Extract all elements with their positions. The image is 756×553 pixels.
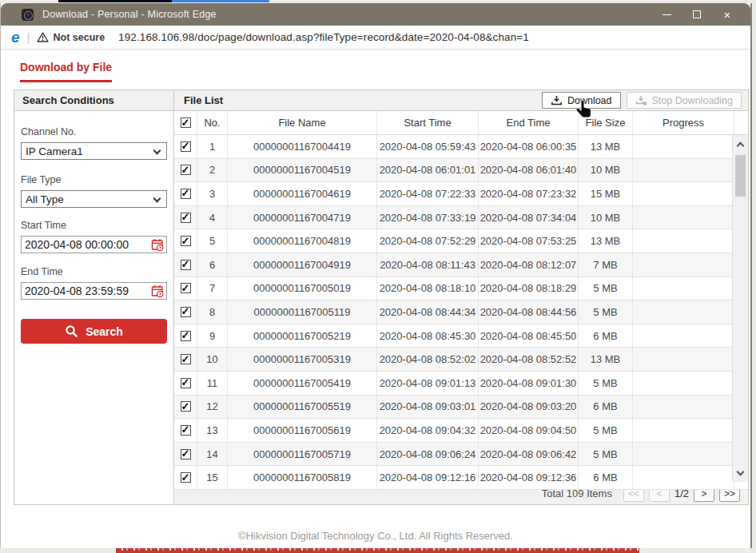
- cell-progress: [633, 135, 734, 158]
- address-bar: e | Not secure 192.168.106.98/doc/page/d…: [1, 26, 750, 50]
- file-table-body: ✓1000000011670044192020-04-08 05:59:4320…: [174, 135, 748, 490]
- cell-progress: [633, 466, 734, 489]
- page-content: Download by File Search Conditions File …: [1, 50, 750, 547]
- row-checkbox[interactable]: ✓: [174, 206, 197, 229]
- chevron-down-icon: [737, 467, 745, 475]
- row-checkbox[interactable]: ✓: [174, 419, 197, 442]
- search-button[interactable]: Search: [21, 319, 167, 344]
- row-checkbox[interactable]: ✓: [174, 348, 197, 371]
- url-field[interactable]: 192.168.106.98/doc/page/download.asp?fil…: [118, 31, 529, 43]
- minimize-button[interactable]: [651, 4, 682, 25]
- not-secure-label[interactable]: Not secure: [53, 32, 105, 43]
- background-window-fragment: [172, 0, 269, 2]
- cell-file-name: 00000001167004819: [228, 229, 377, 253]
- cell-end-time: 2020-04-08 08:45:50: [479, 324, 579, 348]
- col-file-name: File Name: [228, 111, 377, 134]
- cell-file-size: 6 MB: [579, 396, 633, 419]
- cell-start-time: 2020-04-08 07:33:19: [377, 206, 479, 229]
- cell-no: 10: [197, 348, 228, 371]
- cell-progress: [633, 396, 734, 419]
- checkbox-checked-icon: ✓: [181, 260, 191, 270]
- cell-no: 7: [197, 277, 228, 300]
- stop-downloading-button[interactable]: Stop Downloading: [627, 92, 742, 109]
- file-list-title: File List: [184, 94, 223, 106]
- channel-select[interactable]: IP Camera1: [21, 142, 167, 160]
- row-checkbox[interactable]: ✓: [174, 253, 197, 276]
- cell-no: 1: [197, 135, 228, 158]
- cell-no: 11: [197, 372, 228, 395]
- maximize-button[interactable]: [682, 4, 712, 25]
- start-time-input[interactable]: 2020-04-08 00:00:00: [21, 236, 167, 253]
- edge-logo-icon: e: [11, 30, 20, 45]
- end-time-input[interactable]: 2020-04-08 23:59:59: [21, 282, 167, 300]
- table-row: ✓15000000011670058192020-04-08 09:12:162…: [174, 466, 748, 490]
- cell-progress: [633, 348, 734, 371]
- table-row: ✓3000000011670046192020-04-08 07:22:3320…: [174, 182, 748, 206]
- select-all-checkbox[interactable]: ✓: [174, 111, 197, 134]
- cell-start-time: 2020-04-08 09:06:24: [377, 443, 479, 466]
- cell-no: 9: [197, 324, 228, 348]
- cell-file-size: 5 MB: [579, 443, 633, 466]
- scrollbar-thumb[interactable]: [735, 155, 746, 197]
- cell-start-time: 2020-04-08 09:01:13: [377, 372, 479, 395]
- cell-file-size: 15 MB: [579, 182, 633, 205]
- row-checkbox[interactable]: ✓: [174, 443, 197, 466]
- row-checkbox[interactable]: ✓: [174, 324, 197, 348]
- row-checkbox[interactable]: ✓: [174, 300, 197, 324]
- vertical-scrollbar[interactable]: [732, 135, 748, 482]
- cell-file-size: 13 MB: [579, 348, 633, 371]
- cell-end-time: 2020-04-08 09:01:30: [479, 372, 579, 395]
- row-checkbox[interactable]: ✓: [174, 159, 197, 182]
- row-checkbox[interactable]: ✓: [174, 466, 197, 489]
- cell-start-time: 2020-04-08 08:18:10: [377, 277, 479, 300]
- maximize-icon: [693, 10, 701, 18]
- cell-progress: [633, 300, 734, 324]
- cell-end-time: 2020-04-08 09:04:50: [479, 419, 579, 442]
- table-row: ✓9000000011670052192020-04-08 08:45:3020…: [174, 324, 748, 348]
- table-row: ✓14000000011670057192020-04-08 09:06:242…: [174, 443, 748, 467]
- table-row: ✓4000000011670047192020-04-08 07:33:1920…: [174, 206, 748, 230]
- col-start-time: Start Time: [377, 111, 479, 134]
- cell-file-size: 13 MB: [579, 135, 633, 158]
- cell-end-time: 2020-04-08 07:34:04: [479, 206, 579, 229]
- cell-start-time: 2020-04-08 08:52:02: [377, 348, 479, 371]
- cell-no: 2: [197, 159, 228, 182]
- cell-file-name: 00000001167005719: [228, 443, 377, 466]
- scroll-up-button[interactable]: [733, 137, 748, 151]
- row-checkbox[interactable]: ✓: [174, 277, 197, 300]
- cell-progress: [633, 159, 734, 182]
- scroll-down-button[interactable]: [733, 466, 748, 480]
- file-type-select[interactable]: All Type: [21, 190, 167, 208]
- cell-no: 13: [197, 419, 228, 442]
- tab-download-by-file[interactable]: Download by File: [20, 61, 112, 82]
- calendar-icon[interactable]: [151, 238, 164, 252]
- page-favicon: [22, 9, 34, 21]
- calendar-icon[interactable]: [151, 284, 164, 298]
- checkbox-checked-icon: ✓: [181, 401, 191, 412]
- table-row: ✓7000000011670050192020-04-08 08:18:1020…: [174, 277, 748, 301]
- row-checkbox[interactable]: ✓: [174, 182, 197, 205]
- cell-start-time: 2020-04-08 07:22:33: [377, 182, 479, 205]
- download-button[interactable]: Download: [542, 92, 621, 109]
- row-checkbox[interactable]: ✓: [174, 372, 197, 395]
- stop-download-icon: [635, 95, 647, 106]
- cell-no: 15: [197, 466, 228, 489]
- cell-file-size: 5 MB: [579, 372, 633, 395]
- checkbox-checked-icon: ✓: [181, 189, 191, 199]
- row-checkbox[interactable]: ✓: [174, 396, 197, 419]
- cell-file-name: 00000001167005419: [228, 372, 377, 395]
- row-checkbox[interactable]: ✓: [174, 229, 197, 253]
- cell-no: 5: [197, 229, 228, 253]
- checkbox-checked-icon: ✓: [181, 331, 191, 341]
- cell-progress: [633, 182, 734, 205]
- row-checkbox[interactable]: ✓: [174, 135, 197, 158]
- cell-file-size: 10 MB: [579, 206, 633, 229]
- title-bar: Download - Personal - Microsoft Edge ×: [1, 3, 750, 26]
- cell-file-size: 7 MB: [579, 253, 633, 276]
- cell-file-name: 00000001167005019: [228, 277, 377, 300]
- cell-progress: [633, 206, 734, 229]
- cell-file-name: 00000001167005519: [228, 396, 377, 419]
- cell-end-time: 2020-04-08 07:53:25: [479, 229, 579, 253]
- close-button[interactable]: ×: [712, 4, 742, 25]
- checkbox-checked-icon: ✓: [181, 213, 191, 223]
